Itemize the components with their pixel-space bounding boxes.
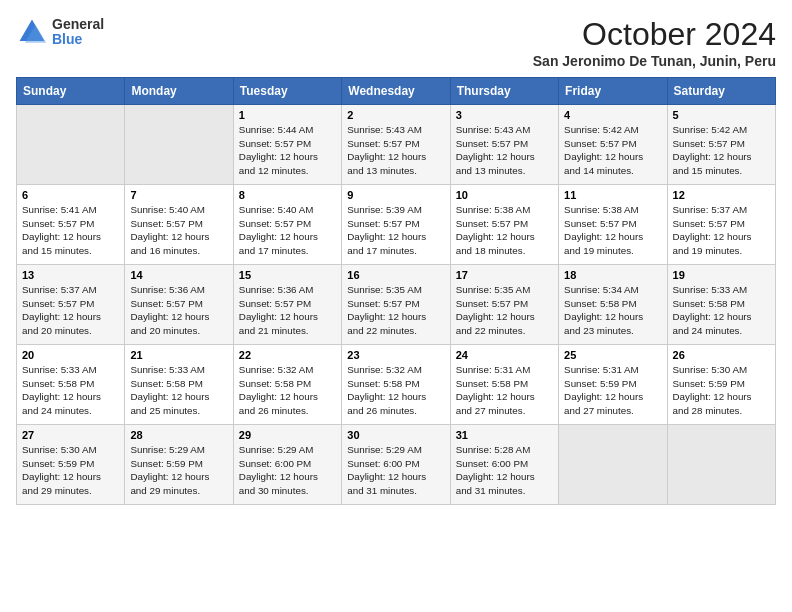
calendar-day-cell: 24Sunrise: 5:31 AMSunset: 5:58 PMDayligh… xyxy=(450,345,558,425)
calendar-day-cell: 5Sunrise: 5:42 AMSunset: 5:57 PMDaylight… xyxy=(667,105,775,185)
calendar-week-row: 6Sunrise: 5:41 AMSunset: 5:57 PMDaylight… xyxy=(17,185,776,265)
calendar-day-cell: 6Sunrise: 5:41 AMSunset: 5:57 PMDaylight… xyxy=(17,185,125,265)
day-info: Sunrise: 5:28 AMSunset: 6:00 PMDaylight:… xyxy=(456,443,553,498)
day-number: 2 xyxy=(347,109,444,121)
weekday-header-cell: Wednesday xyxy=(342,78,450,105)
day-info: Sunrise: 5:42 AMSunset: 5:57 PMDaylight:… xyxy=(564,123,661,178)
calendar-day-cell: 27Sunrise: 5:30 AMSunset: 5:59 PMDayligh… xyxy=(17,425,125,505)
day-number: 22 xyxy=(239,349,336,361)
calendar-day-cell: 2Sunrise: 5:43 AMSunset: 5:57 PMDaylight… xyxy=(342,105,450,185)
day-number: 15 xyxy=(239,269,336,281)
day-info: Sunrise: 5:36 AMSunset: 5:57 PMDaylight:… xyxy=(130,283,227,338)
calendar-day-cell: 19Sunrise: 5:33 AMSunset: 5:58 PMDayligh… xyxy=(667,265,775,345)
calendar-day-cell: 18Sunrise: 5:34 AMSunset: 5:58 PMDayligh… xyxy=(559,265,667,345)
day-number: 31 xyxy=(456,429,553,441)
day-number: 14 xyxy=(130,269,227,281)
day-number: 19 xyxy=(673,269,770,281)
day-number: 11 xyxy=(564,189,661,201)
calendar-body: 1Sunrise: 5:44 AMSunset: 5:57 PMDaylight… xyxy=(17,105,776,505)
day-number: 6 xyxy=(22,189,119,201)
day-number: 5 xyxy=(673,109,770,121)
day-info: Sunrise: 5:37 AMSunset: 5:57 PMDaylight:… xyxy=(673,203,770,258)
month-title: October 2024 xyxy=(533,16,776,53)
day-info: Sunrise: 5:36 AMSunset: 5:57 PMDaylight:… xyxy=(239,283,336,338)
calendar-week-row: 1Sunrise: 5:44 AMSunset: 5:57 PMDaylight… xyxy=(17,105,776,185)
calendar-day-cell: 7Sunrise: 5:40 AMSunset: 5:57 PMDaylight… xyxy=(125,185,233,265)
day-info: Sunrise: 5:33 AMSunset: 5:58 PMDaylight:… xyxy=(130,363,227,418)
calendar-day-cell: 11Sunrise: 5:38 AMSunset: 5:57 PMDayligh… xyxy=(559,185,667,265)
weekday-header-cell: Sunday xyxy=(17,78,125,105)
weekday-header-cell: Saturday xyxy=(667,78,775,105)
day-info: Sunrise: 5:30 AMSunset: 5:59 PMDaylight:… xyxy=(22,443,119,498)
logo-icon xyxy=(16,16,48,48)
calendar-day-cell: 12Sunrise: 5:37 AMSunset: 5:57 PMDayligh… xyxy=(667,185,775,265)
day-info: Sunrise: 5:32 AMSunset: 5:58 PMDaylight:… xyxy=(347,363,444,418)
logo-text: General Blue xyxy=(52,17,104,48)
calendar-day-cell: 31Sunrise: 5:28 AMSunset: 6:00 PMDayligh… xyxy=(450,425,558,505)
day-info: Sunrise: 5:40 AMSunset: 5:57 PMDaylight:… xyxy=(239,203,336,258)
day-info: Sunrise: 5:37 AMSunset: 5:57 PMDaylight:… xyxy=(22,283,119,338)
logo: General Blue xyxy=(16,16,104,48)
calendar-day-cell xyxy=(559,425,667,505)
weekday-header-cell: Friday xyxy=(559,78,667,105)
calendar-day-cell: 4Sunrise: 5:42 AMSunset: 5:57 PMDaylight… xyxy=(559,105,667,185)
calendar-week-row: 20Sunrise: 5:33 AMSunset: 5:58 PMDayligh… xyxy=(17,345,776,425)
calendar-day-cell: 16Sunrise: 5:35 AMSunset: 5:57 PMDayligh… xyxy=(342,265,450,345)
calendar-day-cell: 21Sunrise: 5:33 AMSunset: 5:58 PMDayligh… xyxy=(125,345,233,425)
day-info: Sunrise: 5:38 AMSunset: 5:57 PMDaylight:… xyxy=(456,203,553,258)
day-number: 25 xyxy=(564,349,661,361)
calendar-day-cell: 10Sunrise: 5:38 AMSunset: 5:57 PMDayligh… xyxy=(450,185,558,265)
day-number: 21 xyxy=(130,349,227,361)
day-number: 8 xyxy=(239,189,336,201)
calendar-week-row: 13Sunrise: 5:37 AMSunset: 5:57 PMDayligh… xyxy=(17,265,776,345)
day-info: Sunrise: 5:41 AMSunset: 5:57 PMDaylight:… xyxy=(22,203,119,258)
day-number: 13 xyxy=(22,269,119,281)
day-number: 23 xyxy=(347,349,444,361)
day-number: 30 xyxy=(347,429,444,441)
day-number: 4 xyxy=(564,109,661,121)
calendar-day-cell: 25Sunrise: 5:31 AMSunset: 5:59 PMDayligh… xyxy=(559,345,667,425)
day-info: Sunrise: 5:30 AMSunset: 5:59 PMDaylight:… xyxy=(673,363,770,418)
day-info: Sunrise: 5:42 AMSunset: 5:57 PMDaylight:… xyxy=(673,123,770,178)
day-info: Sunrise: 5:33 AMSunset: 5:58 PMDaylight:… xyxy=(22,363,119,418)
calendar-day-cell: 8Sunrise: 5:40 AMSunset: 5:57 PMDaylight… xyxy=(233,185,341,265)
weekday-header-cell: Tuesday xyxy=(233,78,341,105)
day-number: 28 xyxy=(130,429,227,441)
day-number: 16 xyxy=(347,269,444,281)
calendar-day-cell: 20Sunrise: 5:33 AMSunset: 5:58 PMDayligh… xyxy=(17,345,125,425)
calendar-day-cell xyxy=(667,425,775,505)
day-info: Sunrise: 5:43 AMSunset: 5:57 PMDaylight:… xyxy=(456,123,553,178)
day-info: Sunrise: 5:40 AMSunset: 5:57 PMDaylight:… xyxy=(130,203,227,258)
day-info: Sunrise: 5:33 AMSunset: 5:58 PMDaylight:… xyxy=(673,283,770,338)
day-number: 3 xyxy=(456,109,553,121)
calendar-week-row: 27Sunrise: 5:30 AMSunset: 5:59 PMDayligh… xyxy=(17,425,776,505)
day-number: 18 xyxy=(564,269,661,281)
calendar-day-cell: 1Sunrise: 5:44 AMSunset: 5:57 PMDaylight… xyxy=(233,105,341,185)
day-number: 20 xyxy=(22,349,119,361)
day-info: Sunrise: 5:34 AMSunset: 5:58 PMDaylight:… xyxy=(564,283,661,338)
day-info: Sunrise: 5:29 AMSunset: 5:59 PMDaylight:… xyxy=(130,443,227,498)
logo-blue-text: Blue xyxy=(52,32,104,47)
calendar-day-cell: 22Sunrise: 5:32 AMSunset: 5:58 PMDayligh… xyxy=(233,345,341,425)
day-number: 7 xyxy=(130,189,227,201)
day-number: 17 xyxy=(456,269,553,281)
day-number: 26 xyxy=(673,349,770,361)
day-number: 27 xyxy=(22,429,119,441)
day-info: Sunrise: 5:32 AMSunset: 5:58 PMDaylight:… xyxy=(239,363,336,418)
day-number: 10 xyxy=(456,189,553,201)
calendar-day-cell: 29Sunrise: 5:29 AMSunset: 6:00 PMDayligh… xyxy=(233,425,341,505)
weekday-header-cell: Thursday xyxy=(450,78,558,105)
logo-general-text: General xyxy=(52,17,104,32)
calendar-day-cell xyxy=(17,105,125,185)
day-info: Sunrise: 5:39 AMSunset: 5:57 PMDaylight:… xyxy=(347,203,444,258)
day-number: 9 xyxy=(347,189,444,201)
day-number: 12 xyxy=(673,189,770,201)
day-info: Sunrise: 5:31 AMSunset: 5:59 PMDaylight:… xyxy=(564,363,661,418)
page-header: General Blue October 2024 San Jeronimo D… xyxy=(16,16,776,69)
calendar-day-cell: 26Sunrise: 5:30 AMSunset: 5:59 PMDayligh… xyxy=(667,345,775,425)
calendar-day-cell: 15Sunrise: 5:36 AMSunset: 5:57 PMDayligh… xyxy=(233,265,341,345)
day-info: Sunrise: 5:31 AMSunset: 5:58 PMDaylight:… xyxy=(456,363,553,418)
calendar-day-cell: 30Sunrise: 5:29 AMSunset: 6:00 PMDayligh… xyxy=(342,425,450,505)
calendar-day-cell: 23Sunrise: 5:32 AMSunset: 5:58 PMDayligh… xyxy=(342,345,450,425)
day-info: Sunrise: 5:29 AMSunset: 6:00 PMDaylight:… xyxy=(347,443,444,498)
